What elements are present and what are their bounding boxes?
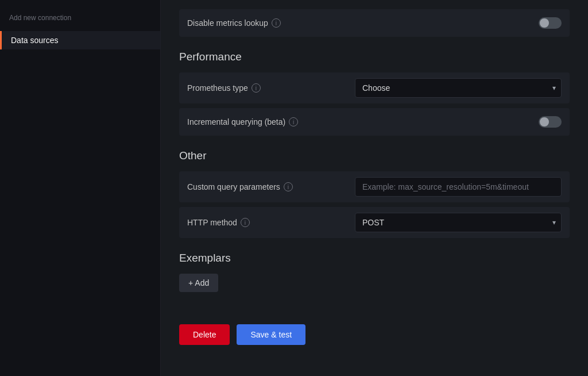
http-method-label-group: HTTP method i	[187, 218, 355, 227]
prometheus-type-select-wrapper: Choose Prometheus Cortex Thanos Mimir	[355, 78, 562, 98]
disable-metrics-label-group: Disable metrics lookup i	[187, 18, 539, 28]
custom-query-label: Custom query parameters	[187, 182, 280, 191]
bottom-actions: Delete Save & test	[179, 315, 570, 345]
add-exemplar-button[interactable]: + Add	[179, 274, 218, 292]
http-method-info-icon[interactable]: i	[241, 218, 250, 227]
main-content: Disable metrics lookup i Performance Pro…	[161, 0, 588, 376]
custom-query-control	[355, 177, 562, 197]
incremental-querying-toggle[interactable]	[539, 116, 562, 128]
prometheus-type-row: Prometheus type i Choose Prometheus Cort…	[179, 72, 570, 103]
sidebar-title: Add new connection	[0, 9, 160, 31]
http-method-select[interactable]: GET POST	[355, 213, 562, 232]
incremental-querying-control	[539, 116, 562, 128]
http-method-row: HTTP method i GET POST	[179, 207, 570, 238]
disable-metrics-info-icon[interactable]: i	[272, 18, 281, 28]
http-method-select-wrapper: GET POST	[355, 213, 562, 232]
prometheus-type-control: Choose Prometheus Cortex Thanos Mimir	[355, 78, 562, 98]
prometheus-type-label-group: Prometheus type i	[187, 83, 355, 93]
sidebar-item-data-sources[interactable]: Data sources	[0, 31, 160, 49]
sidebar: Add new connection Data sources	[0, 0, 161, 376]
performance-section: Performance Prometheus type i Choose Pro…	[179, 51, 570, 136]
prometheus-type-label: Prometheus type	[187, 83, 248, 93]
save-test-button[interactable]: Save & test	[237, 324, 305, 345]
custom-query-row: Custom query parameters i	[179, 171, 570, 202]
prometheus-type-select[interactable]: Choose Prometheus Cortex Thanos Mimir	[355, 78, 562, 98]
other-section: Other Custom query parameters i HTTP met…	[179, 149, 570, 238]
custom-query-label-group: Custom query parameters i	[187, 182, 355, 191]
disable-metrics-row: Disable metrics lookup i	[179, 9, 570, 37]
http-method-label: HTTP method	[187, 218, 237, 227]
disable-metrics-control	[539, 17, 562, 29]
disable-metrics-label: Disable metrics lookup	[187, 18, 268, 28]
incremental-querying-label: Incremental querying (beta)	[187, 117, 285, 126]
incremental-querying-label-group: Incremental querying (beta) i	[187, 117, 539, 126]
incremental-querying-row: Incremental querying (beta) i	[179, 108, 570, 136]
delete-button[interactable]: Delete	[179, 324, 230, 345]
http-method-control: GET POST	[355, 213, 562, 232]
exemplars-section-title: Exemplars	[179, 252, 570, 264]
custom-query-input[interactable]	[355, 177, 562, 197]
disable-metrics-toggle[interactable]	[539, 17, 562, 29]
prometheus-type-info-icon[interactable]: i	[252, 83, 261, 93]
custom-query-info-icon[interactable]: i	[284, 182, 293, 191]
exemplars-section: Exemplars + Add	[179, 252, 570, 292]
performance-section-title: Performance	[179, 51, 570, 63]
other-section-title: Other	[179, 149, 570, 162]
incremental-querying-info-icon[interactable]: i	[289, 117, 298, 126]
sidebar-item-label: Data sources	[11, 36, 58, 45]
